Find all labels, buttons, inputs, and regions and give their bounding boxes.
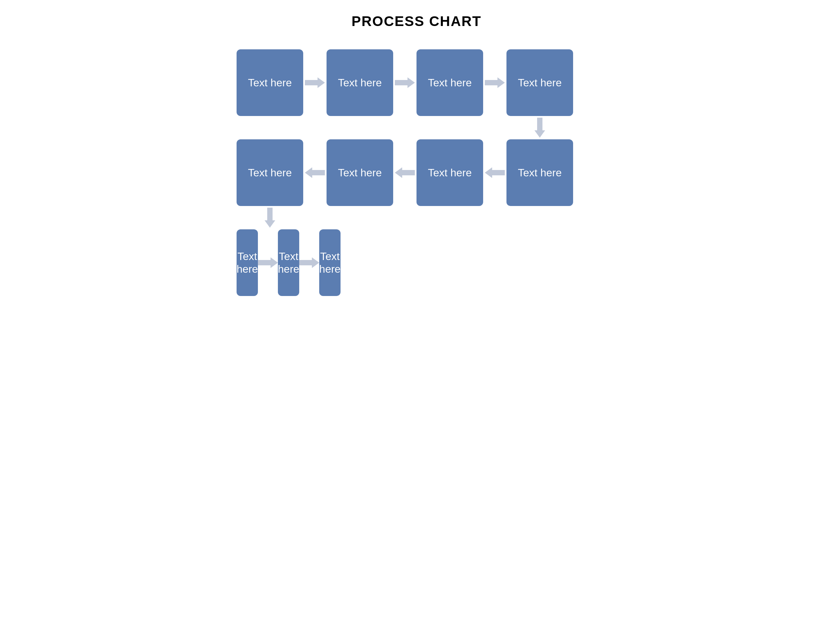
svg-marker-4 <box>305 167 325 178</box>
process-box-r2c2[interactable]: Text here <box>326 139 393 206</box>
svg-marker-5 <box>395 167 415 178</box>
process-box-r1c1[interactable]: Text here <box>236 49 303 116</box>
arrow-right-icon <box>395 76 415 89</box>
arrow-right-icon <box>299 256 319 269</box>
arrow-right-r1-2 <box>393 76 416 89</box>
svg-marker-3 <box>534 118 545 138</box>
arrow-left-icon <box>485 166 505 179</box>
arrow-down-icon <box>263 208 277 228</box>
arrow-down-icon <box>533 118 547 138</box>
process-box-r1c4[interactable]: Text here <box>507 49 573 116</box>
process-box-r2c4[interactable]: Text here <box>507 139 573 206</box>
arrow-right-r1-1 <box>303 76 326 89</box>
svg-marker-1 <box>395 77 415 88</box>
svg-marker-2 <box>485 77 505 88</box>
svg-marker-8 <box>258 258 278 268</box>
arrow-left-r2-3 <box>483 166 507 179</box>
process-box-r2c3[interactable]: Text here <box>416 139 483 206</box>
process-box-r3c1[interactable]: Text here <box>236 229 258 296</box>
arrow-left-r2-1 <box>303 166 326 179</box>
arrow-down-col4 <box>507 118 573 138</box>
flow-chart: Text here Text here Text here <box>236 49 616 296</box>
process-box-r3c2[interactable]: Text here <box>278 229 299 296</box>
arrow-right-r3-2 <box>299 256 319 269</box>
process-box-r1c3[interactable]: Text here <box>416 49 483 116</box>
arrow-left-icon <box>395 166 415 179</box>
page-container: PROCESS CHART Text here Text here Text h… <box>217 13 616 296</box>
arrow-right-icon <box>258 256 278 269</box>
process-box-r2c1[interactable]: Text here <box>236 139 303 206</box>
svg-marker-6 <box>485 167 505 178</box>
svg-marker-0 <box>305 77 325 88</box>
arrow-left-icon <box>305 166 325 179</box>
process-box-r1c2[interactable]: Text here <box>326 49 393 116</box>
row3-container: Text here Text here Text here <box>236 229 303 296</box>
arrow-right-r1-3 <box>483 76 507 89</box>
arrow-left-r2-2 <box>393 166 416 179</box>
chart-title: PROCESS CHART <box>217 13 616 29</box>
arrow-right-icon <box>485 76 505 89</box>
process-box-r3c3[interactable]: Text here <box>319 229 341 296</box>
arrow-right-r3-1 <box>258 256 278 269</box>
svg-marker-9 <box>299 258 319 268</box>
arrow-down-col1 <box>236 208 303 228</box>
svg-marker-7 <box>265 208 275 228</box>
arrow-right-icon <box>305 76 325 89</box>
